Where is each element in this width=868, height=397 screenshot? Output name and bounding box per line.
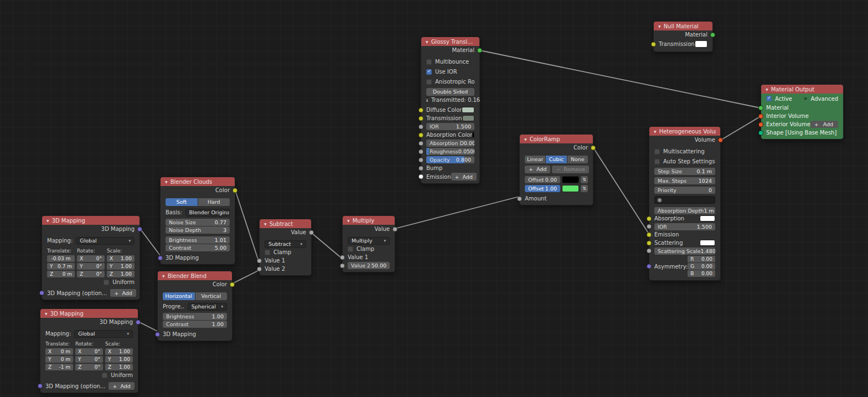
add-mapping-button[interactable]: + Add xyxy=(110,289,136,297)
scale-z-field[interactable]: Z1.00 xyxy=(107,271,135,277)
transmission-color-swatch[interactable] xyxy=(462,115,474,121)
priority-field[interactable]: Priority0 xyxy=(654,187,715,194)
input-socket-amount[interactable] xyxy=(517,196,522,201)
input-socket-emission[interactable] xyxy=(647,232,652,237)
input-socket-diffuse-color[interactable] xyxy=(418,107,423,112)
interp-linear[interactable]: Linear xyxy=(525,156,545,163)
collapse-icon[interactable]: ▼ xyxy=(347,219,350,223)
roughness-slider[interactable]: Roughness0.0500 xyxy=(426,148,474,155)
asymmetry-g-field[interactable]: G0.00 xyxy=(688,263,715,270)
ior-field[interactable]: IOR1.500 xyxy=(426,123,474,130)
interp-none[interactable]: None xyxy=(567,156,588,163)
output-socket-color[interactable] xyxy=(591,145,596,150)
node-header[interactable]: ▼ Null Material xyxy=(654,22,712,30)
max-steps-field[interactable]: Max. Steps1024 xyxy=(654,177,715,184)
node-header[interactable]: ▼ Heterogeneous Volume xyxy=(649,127,720,136)
stop0-reorder-icon[interactable]: ⇅ xyxy=(581,176,588,183)
asymmetry-b-field[interactable]: B0.00 xyxy=(688,270,715,277)
translate-z-field[interactable]: Z0 m xyxy=(47,271,75,277)
absorption-color-swatch[interactable] xyxy=(472,132,474,138)
node-header[interactable]: ▼ Multiply xyxy=(343,216,395,225)
scattering-scale-field[interactable]: Scattering Scale1.480 xyxy=(654,248,715,255)
input-socket-emission[interactable] xyxy=(418,174,423,179)
input-socket-value1[interactable] xyxy=(257,258,262,263)
translate-z-field[interactable]: Z-1 m xyxy=(45,364,73,370)
rotate-z-field[interactable]: Z0° xyxy=(75,364,103,370)
node-material-output[interactable]: ▼ Material Output Active ▶ Advanced Mate… xyxy=(761,84,844,140)
id-selector-field[interactable] xyxy=(654,196,715,204)
input-socket-interior-volume[interactable] xyxy=(758,114,763,118)
active-checkbox[interactable] xyxy=(766,96,772,101)
output-socket-color[interactable] xyxy=(232,188,237,193)
absorption-depth-field[interactable]: Absorption Depth1 m xyxy=(654,207,715,214)
step-size-field[interactable]: Step Size0.1 m xyxy=(654,168,715,175)
input-socket-opacity[interactable] xyxy=(418,157,423,162)
node-subtract[interactable]: ▼ Subtract Value Subtract ▾ Clamp Value … xyxy=(259,219,312,276)
output-socket-material[interactable] xyxy=(477,48,482,53)
output-socket-3d-mapping[interactable] xyxy=(136,319,141,324)
vertical-option[interactable]: Vertical xyxy=(195,292,228,300)
collapse-icon[interactable]: ▼ xyxy=(766,87,768,91)
rotate-x-field[interactable]: X0° xyxy=(77,255,105,262)
node-header[interactable]: ▼ Material Output xyxy=(761,85,843,94)
opacity-slider[interactable]: Opacity0.800 xyxy=(426,156,474,163)
scale-y-field[interactable]: Y1.00 xyxy=(107,263,135,270)
collapse-icon[interactable]: ▼ xyxy=(165,180,168,184)
input-socket-roughness[interactable] xyxy=(418,149,423,154)
ior-field[interactable]: IOR1.500 xyxy=(654,223,715,230)
brightness-field[interactable]: Brightness1.00 xyxy=(163,313,227,320)
rotate-z-field[interactable]: Z0° xyxy=(77,271,105,277)
input-socket-value2[interactable] xyxy=(257,266,262,271)
node-null-material[interactable]: ▼ Null Material Material Transmission C.… xyxy=(653,21,713,52)
input-socket-ior[interactable] xyxy=(418,124,423,129)
collapse-icon[interactable]: ▼ xyxy=(46,219,49,223)
node-header[interactable]: ▼ Blender Clouds xyxy=(161,177,235,186)
translate-x-field[interactable]: X0 m xyxy=(45,348,73,355)
collapse-icon[interactable]: ▼ xyxy=(654,130,657,133)
input-socket-exterior-volume[interactable] xyxy=(758,122,763,127)
node-blender-blend[interactable]: ▼ Blender Blend Color Horizontal Vertica… xyxy=(157,271,232,341)
output-socket-value[interactable] xyxy=(309,230,314,235)
uniform-checkbox[interactable] xyxy=(102,373,107,378)
collapse-icon[interactable]: ▼ xyxy=(162,274,165,278)
input-socket-scattering[interactable] xyxy=(647,240,652,245)
input-socket-transmission-color[interactable] xyxy=(651,42,656,47)
node-3d-mapping-bottom[interactable]: ▼ 3D Mapping 3D Mapping Mapping: Global … xyxy=(40,308,138,393)
add-stop-button[interactable]: + Add xyxy=(525,166,550,173)
add-emission-button[interactable]: + Add xyxy=(451,173,477,181)
input-socket-bump[interactable] xyxy=(418,166,423,171)
auto-step-settings-checkbox[interactable] xyxy=(654,159,660,164)
soft-option[interactable]: Soft xyxy=(166,198,198,206)
anisotropic-roughness-checkbox[interactable] xyxy=(426,79,432,85)
stop1-offset-field[interactable]: Offset1.00 xyxy=(525,185,560,192)
output-socket-color[interactable] xyxy=(230,282,235,287)
scale-x-field[interactable]: X1.00 xyxy=(107,255,135,262)
node-link[interactable] xyxy=(140,229,160,255)
stop1-color-swatch[interactable] xyxy=(562,185,579,192)
clamp-checkbox[interactable] xyxy=(348,246,353,252)
soft-hard-toggle[interactable]: Soft Hard xyxy=(166,198,230,206)
contrast-field[interactable]: Contrast1.00 xyxy=(163,321,227,328)
rotate-y-field[interactable]: Y0° xyxy=(77,263,105,270)
input-socket-value1[interactable] xyxy=(340,255,345,260)
interpolation-toggle[interactable]: Linear Cubic None xyxy=(525,156,588,163)
hard-option[interactable]: Hard xyxy=(198,198,230,206)
node-header[interactable]: ▼ ColorRamp xyxy=(520,135,593,143)
stop1-reorder-icon[interactable]: ⇅ xyxy=(581,185,588,192)
input-socket-3d-mapping[interactable] xyxy=(38,384,43,389)
node-link[interactable] xyxy=(395,197,519,229)
multibounce-checkbox[interactable] xyxy=(426,59,432,65)
node-header[interactable]: ▼ 3D Mapping xyxy=(40,309,138,318)
remove-stop-button[interactable]: − Remove xyxy=(552,166,589,173)
rotate-x-field[interactable]: X0° xyxy=(75,348,103,355)
advanced-expander-icon[interactable]: ▶ xyxy=(804,96,807,101)
uniform-checkbox[interactable] xyxy=(104,280,109,285)
collapse-icon[interactable]: ▼ xyxy=(524,137,527,141)
stop0-color-swatch[interactable] xyxy=(562,176,579,183)
use-ior-checkbox[interactable] xyxy=(426,69,432,75)
input-socket-absorption-color[interactable] xyxy=(418,132,423,137)
brightness-field[interactable]: Brightness1.01 xyxy=(166,236,230,244)
output-socket-material[interactable] xyxy=(710,32,715,37)
output-socket-3d-mapping[interactable] xyxy=(137,226,142,231)
scale-x-field[interactable]: X1.00 xyxy=(105,348,133,355)
